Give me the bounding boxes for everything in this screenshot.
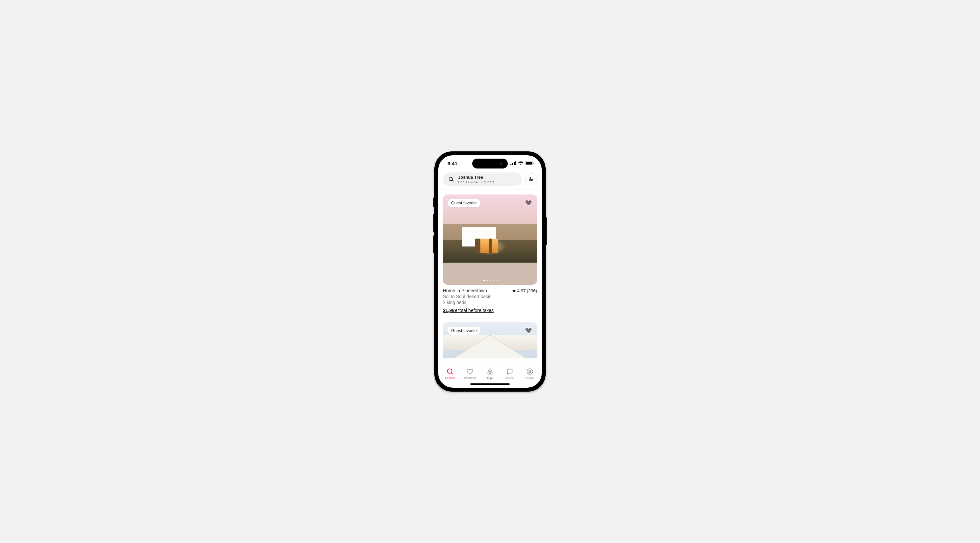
tab-label: Profile bbox=[525, 376, 534, 380]
listing-meta: Home in Pioneertown 4.97 (236) Sol to So… bbox=[443, 285, 537, 313]
airbnb-logo-icon bbox=[486, 368, 494, 375]
listing-beds: 2 king beds bbox=[443, 300, 537, 305]
dynamic-island bbox=[472, 159, 508, 168]
star-icon bbox=[512, 289, 516, 292]
search-location: Joshua Tree bbox=[458, 175, 494, 180]
guest-favorite-badge: Guest favorite bbox=[447, 199, 480, 207]
svg-rect-3 bbox=[515, 161, 516, 165]
search-icon bbox=[447, 368, 454, 375]
phone-frame: 9:41 bbox=[434, 151, 546, 392]
tab-profile[interactable]: Profile bbox=[520, 368, 540, 380]
listing-card[interactable]: Guest favorite bbox=[443, 322, 537, 358]
heart-icon bbox=[525, 326, 533, 335]
photo-pager bbox=[443, 280, 537, 281]
search-details: Dec 11 – 14 · 2 guests bbox=[458, 180, 494, 184]
tab-trips[interactable]: Trips bbox=[480, 368, 500, 380]
chat-icon bbox=[506, 368, 513, 375]
listing-tagline: Sol to Soul desert oasis bbox=[443, 294, 537, 299]
power-button bbox=[545, 217, 547, 245]
filter-button[interactable] bbox=[525, 173, 537, 185]
bottom-tab-bar: Explore Wishlists Trips Inbox bbox=[438, 366, 542, 380]
tab-label: Wishlists bbox=[464, 376, 476, 380]
heart-icon bbox=[467, 368, 474, 375]
svg-point-13 bbox=[531, 179, 533, 180]
svg-rect-5 bbox=[526, 162, 532, 165]
search-bar-row: Joshua Tree Dec 11 – 14 · 2 guests bbox=[438, 171, 542, 190]
listing-card[interactable]: Guest favorite Home in Pioneertown bbox=[443, 194, 537, 313]
guest-favorite-badge: Guest favorite bbox=[447, 327, 480, 335]
search-pill[interactable]: Joshua Tree Dec 11 – 14 · 2 guests bbox=[443, 172, 522, 186]
svg-point-14 bbox=[530, 180, 531, 181]
listing-photo[interactable]: Guest favorite bbox=[443, 322, 537, 358]
tab-explore[interactable]: Explore bbox=[440, 368, 460, 380]
svg-rect-0 bbox=[511, 164, 511, 165]
listing-title: Home in Pioneertown bbox=[443, 288, 487, 293]
svg-point-12 bbox=[530, 178, 531, 179]
front-camera-icon bbox=[500, 162, 503, 165]
cellular-icon bbox=[511, 161, 516, 165]
volume-silence-button bbox=[433, 197, 435, 207]
tab-label: Inbox bbox=[506, 376, 514, 380]
svg-rect-6 bbox=[533, 163, 534, 164]
tab-wishlists[interactable]: Wishlists bbox=[460, 368, 480, 380]
volume-down-button bbox=[433, 235, 435, 253]
svg-line-16 bbox=[452, 373, 453, 375]
listing-rating: 4.97 (236) bbox=[512, 288, 537, 293]
listing-scroll[interactable]: Guest favorite Home in Pioneertown bbox=[438, 190, 542, 366]
wifi-icon bbox=[518, 161, 523, 165]
search-icon bbox=[448, 176, 454, 182]
tab-inbox[interactable]: Inbox bbox=[500, 368, 520, 380]
screen: 9:41 bbox=[438, 155, 542, 388]
listing-photo[interactable]: Guest favorite bbox=[443, 194, 537, 285]
battery-icon bbox=[525, 161, 534, 165]
svg-point-7 bbox=[449, 177, 453, 181]
profile-icon bbox=[526, 368, 533, 375]
home-indicator[interactable] bbox=[438, 380, 542, 388]
listing-price[interactable]: $1,969 total before taxes bbox=[443, 308, 494, 313]
svg-rect-2 bbox=[514, 162, 515, 165]
wishlist-heart-button[interactable] bbox=[525, 198, 533, 208]
volume-up-button bbox=[433, 214, 435, 232]
svg-rect-1 bbox=[512, 163, 513, 165]
filter-icon bbox=[528, 177, 534, 182]
tab-label: Explore bbox=[445, 376, 455, 380]
status-time: 9:41 bbox=[447, 160, 457, 166]
svg-point-18 bbox=[529, 370, 531, 372]
heart-icon bbox=[525, 198, 533, 207]
tab-label: Trips bbox=[487, 376, 494, 380]
svg-point-15 bbox=[447, 369, 452, 373]
wishlist-heart-button[interactable] bbox=[525, 326, 533, 336]
svg-line-8 bbox=[452, 180, 453, 182]
